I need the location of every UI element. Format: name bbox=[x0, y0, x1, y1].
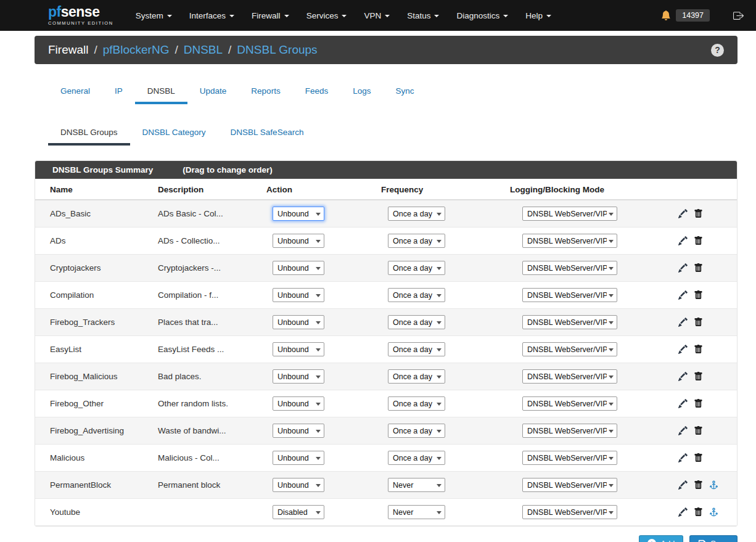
primary-tab[interactable]: Sync bbox=[383, 79, 426, 104]
anchor-icon[interactable] bbox=[709, 480, 718, 490]
action-select[interactable]: Unbound bbox=[273, 261, 324, 275]
navbar-menu-item[interactable]: VPN bbox=[355, 0, 398, 31]
navbar-menu-label: System bbox=[136, 11, 163, 20]
trash-icon[interactable] bbox=[694, 209, 703, 218]
frequency-cell: Once a day bbox=[375, 309, 504, 336]
frequency-select[interactable]: Once a day bbox=[388, 207, 445, 221]
logging-mode-select[interactable]: DNSBL WebServer/VIP bbox=[522, 288, 617, 302]
navbar-menu-item[interactable]: Services bbox=[298, 0, 356, 31]
trash-icon[interactable] bbox=[694, 318, 703, 327]
frequency-select[interactable]: Once a day bbox=[388, 261, 445, 275]
frequency-select[interactable]: Never bbox=[388, 478, 445, 492]
action-select[interactable]: Unbound bbox=[273, 207, 324, 221]
pencil-icon[interactable] bbox=[678, 399, 688, 408]
navbar-menu-item[interactable]: Diagnostics bbox=[448, 0, 517, 31]
trash-icon[interactable] bbox=[694, 426, 703, 435]
action-select[interactable]: Unbound bbox=[273, 396, 324, 411]
primary-tab[interactable]: Logs bbox=[340, 79, 383, 104]
trash-icon[interactable] bbox=[694, 345, 703, 354]
logging-mode-select[interactable]: DNSBL WebServer/VIP bbox=[522, 396, 617, 411]
logging-mode-select[interactable]: DNSBL WebServer/VIP bbox=[522, 451, 617, 465]
anchor-icon[interactable] bbox=[709, 507, 718, 517]
group-description: EasyList Feeds ... bbox=[152, 336, 260, 363]
logging-mode-select[interactable]: DNSBL WebServer/VIP bbox=[522, 342, 617, 356]
pencil-icon[interactable] bbox=[678, 480, 688, 490]
primary-tab[interactable]: IP bbox=[102, 79, 135, 104]
trash-icon[interactable] bbox=[694, 372, 703, 381]
notifications-button[interactable]: 14397 bbox=[661, 9, 710, 22]
trash-icon[interactable] bbox=[694, 507, 703, 517]
navbar-menu-item[interactable]: System bbox=[127, 0, 181, 31]
action-select[interactable]: Unbound bbox=[273, 478, 324, 492]
primary-tab[interactable]: Feeds bbox=[293, 79, 341, 104]
secondary-tab[interactable]: DNSBL Category bbox=[130, 120, 218, 146]
pencil-icon[interactable] bbox=[678, 263, 688, 273]
logging-mode-select[interactable]: DNSBL WebServer/VIP bbox=[522, 207, 617, 221]
primary-tab[interactable]: DNSBL bbox=[135, 79, 187, 104]
action-select[interactable]: Unbound bbox=[273, 234, 324, 248]
logging-mode-select[interactable]: DNSBL WebServer/VIP bbox=[522, 234, 617, 248]
secondary-tab[interactable]: DNSBL SafeSearch bbox=[218, 120, 316, 146]
action-select[interactable]: Unbound bbox=[273, 288, 324, 302]
pencil-icon[interactable] bbox=[678, 507, 688, 517]
sign-out-icon[interactable] bbox=[733, 10, 744, 21]
primary-tab[interactable]: Reports bbox=[239, 79, 292, 104]
action-select[interactable]: Unbound bbox=[273, 451, 324, 465]
pencil-icon[interactable] bbox=[678, 372, 688, 381]
pencil-icon[interactable] bbox=[678, 290, 688, 300]
frequency-select[interactable]: Once a day bbox=[388, 424, 445, 438]
navbar-menu-item[interactable]: Interfaces bbox=[181, 0, 243, 31]
chevron-down-icon bbox=[284, 15, 289, 17]
pencil-icon[interactable] bbox=[678, 345, 688, 354]
chevron-down-icon bbox=[434, 15, 439, 17]
breadcrumb: Firewall / pfBlockerNG / DNSBL / DNSBL G… bbox=[35, 36, 738, 64]
logging-mode-select-wrap: DNSBL WebServer/VIP bbox=[522, 451, 617, 465]
action-select[interactable]: Unbound bbox=[273, 369, 324, 384]
logging-mode-select[interactable]: DNSBL WebServer/VIP bbox=[522, 478, 617, 492]
primary-tab[interactable]: Update bbox=[187, 79, 239, 104]
trash-icon[interactable] bbox=[694, 263, 703, 273]
frequency-select[interactable]: Once a day bbox=[388, 451, 445, 465]
frequency-select[interactable]: Once a day bbox=[388, 369, 445, 384]
frequency-select[interactable]: Once a day bbox=[388, 315, 445, 329]
logging-mode-select[interactable]: DNSBL WebServer/VIP bbox=[522, 369, 617, 384]
trash-icon[interactable] bbox=[694, 236, 703, 245]
group-name: Cryptojackers bbox=[35, 255, 152, 282]
action-select[interactable]: Disabled bbox=[273, 505, 324, 519]
pencil-icon[interactable] bbox=[678, 236, 688, 245]
frequency-select[interactable]: Once a day bbox=[388, 288, 445, 302]
action-select[interactable]: Unbound bbox=[273, 342, 324, 356]
breadcrumb-link[interactable]: pfBlockerNG bbox=[103, 43, 170, 57]
logging-mode-select[interactable]: DNSBL WebServer/VIP bbox=[522, 315, 617, 329]
save-button[interactable]: Save bbox=[689, 535, 738, 542]
navbar-menu-item[interactable]: Status bbox=[398, 0, 448, 31]
pfsense-logo[interactable]: pfsense COMMUNITY EDITION bbox=[48, 5, 113, 26]
frequency-select[interactable]: Never bbox=[388, 505, 445, 519]
pencil-icon[interactable] bbox=[678, 426, 688, 435]
frequency-select[interactable]: Once a day bbox=[388, 234, 445, 248]
pencil-icon[interactable] bbox=[678, 209, 688, 218]
group-name: Compilation bbox=[35, 282, 152, 309]
logging-mode-select[interactable]: DNSBL WebServer/VIP bbox=[522, 261, 617, 275]
secondary-tab[interactable]: DNSBL Groups bbox=[48, 120, 130, 146]
breadcrumb-link[interactable]: DNSBL Groups bbox=[237, 43, 317, 57]
breadcrumb-link[interactable]: DNSBL bbox=[184, 43, 223, 57]
frequency-select[interactable]: Once a day bbox=[388, 396, 445, 411]
trash-icon[interactable] bbox=[694, 290, 703, 300]
pencil-icon[interactable] bbox=[678, 453, 688, 462]
action-select[interactable]: Unbound bbox=[273, 315, 324, 329]
trash-icon[interactable] bbox=[694, 480, 703, 490]
navbar-menu-item[interactable]: Firewall bbox=[243, 0, 298, 31]
frequency-select[interactable]: Once a day bbox=[388, 342, 445, 356]
action-select-wrap: Unbound bbox=[273, 207, 324, 221]
action-select[interactable]: Unbound bbox=[273, 424, 324, 438]
trash-icon[interactable] bbox=[694, 399, 703, 408]
logging-mode-select[interactable]: DNSBL WebServer/VIP bbox=[522, 424, 617, 438]
primary-tab[interactable]: General bbox=[48, 79, 102, 104]
navbar-menu-item[interactable]: Help bbox=[517, 0, 560, 31]
help-icon[interactable]: ? bbox=[711, 44, 724, 57]
logging-mode-select[interactable]: DNSBL WebServer/VIP bbox=[522, 505, 617, 519]
add-button[interactable]: Add bbox=[639, 535, 683, 542]
pencil-icon[interactable] bbox=[678, 318, 688, 327]
trash-icon[interactable] bbox=[694, 453, 703, 462]
